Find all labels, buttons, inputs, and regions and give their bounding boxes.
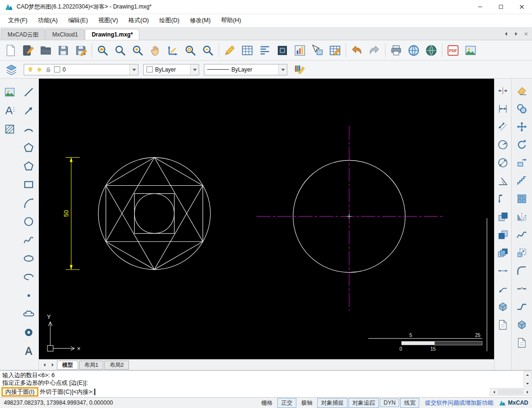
hexagon-entity[interactable] <box>106 157 202 269</box>
centerlines[interactable] <box>257 126 444 311</box>
array-button[interactable] <box>514 190 530 207</box>
mirror-button[interactable] <box>514 209 530 225</box>
ordinate-dimension-tool[interactable] <box>495 190 511 207</box>
mtext-tool[interactable] <box>20 342 37 359</box>
doc-tab-0[interactable]: MxCAD云图 <box>1 29 45 40</box>
circle-figure[interactable] <box>257 126 444 311</box>
angular-dimension-tool[interactable] <box>495 172 511 189</box>
feedback-link[interactable]: 提交软件问题或增加新功能 <box>425 399 493 407</box>
export-pdf-button[interactable] <box>444 42 462 59</box>
outer-circle-entity[interactable] <box>98 157 210 269</box>
new-layout-button[interactable] <box>514 335 530 351</box>
select-button[interactable] <box>309 42 326 59</box>
draworder-above-tool[interactable] <box>495 245 511 261</box>
draworder-front-tool[interactable] <box>495 209 511 225</box>
linear-dimension[interactable]: 50 <box>63 157 80 269</box>
status-toggle-3[interactable]: 对象捕捉 <box>317 398 348 408</box>
sheet-tab-1[interactable]: 布局1 <box>79 361 103 370</box>
inner-circle-entity[interactable] <box>134 193 174 233</box>
menu-draw[interactable]: 绘图(D) <box>154 14 184 27</box>
web-publish-button[interactable] <box>405 42 422 59</box>
plot-style-button[interactable] <box>291 42 309 59</box>
regular-polygon-tool[interactable] <box>20 157 37 174</box>
menu-format[interactable]: 格式(O) <box>123 14 154 27</box>
spline-edit-button[interactable] <box>514 227 530 243</box>
dropdown-arrow-icon[interactable] <box>190 64 199 75</box>
move-button[interactable] <box>514 118 530 135</box>
close-button[interactable] <box>511 0 532 14</box>
triangle-entity[interactable] <box>106 157 202 241</box>
doc-tab-1[interactable]: MxCloud1 <box>46 29 84 40</box>
zoom-out-button[interactable] <box>199 42 217 59</box>
ellipse-arc-tool[interactable] <box>20 268 37 285</box>
dropdown-arrow-icon[interactable] <box>129 64 138 75</box>
status-toggle-6[interactable]: 线宽 <box>400 398 419 408</box>
model-canvas[interactable]: 50 5 <box>39 79 494 359</box>
status-toggle-1[interactable]: 正交 <box>277 398 296 408</box>
command-horizontal-scrollbar[interactable] <box>490 388 532 396</box>
sheet-tab-0[interactable]: 模型 <box>57 361 78 370</box>
zoom-previous-button[interactable] <box>94 42 111 59</box>
scale-button[interactable] <box>514 245 530 261</box>
save-as-button[interactable] <box>72 42 90 59</box>
donut-tool[interactable] <box>20 324 37 341</box>
menu-modify[interactable]: 修改(M) <box>184 14 216 27</box>
color-select[interactable]: ByLayer <box>143 64 199 75</box>
scroll-left-button[interactable] <box>490 389 498 395</box>
layer-select[interactable]: 0 <box>24 64 138 75</box>
offset-button[interactable] <box>514 172 530 189</box>
rotate-button[interactable] <box>514 136 530 153</box>
attribute-edit-button[interactable] <box>326 42 344 59</box>
minimize-button[interactable] <box>469 0 490 14</box>
zoom-window-button[interactable] <box>111 42 129 59</box>
scroll-down-button[interactable] <box>524 380 531 387</box>
aligned-dimension-tool[interactable] <box>495 118 511 135</box>
menu-view[interactable]: 视图(V) <box>93 14 123 27</box>
redo-button[interactable] <box>366 42 383 59</box>
solid-box-tool[interactable] <box>495 299 511 315</box>
linetype-tool[interactable] <box>495 263 511 279</box>
sketch-button[interactable] <box>221 42 238 59</box>
table-button[interactable] <box>238 42 256 59</box>
maximize-button[interactable] <box>490 0 511 14</box>
menu-file[interactable]: 文件(F) <box>3 14 33 27</box>
open-drawing-button[interactable] <box>19 42 37 59</box>
doc-tab-2[interactable]: Drawing1.mxg* <box>85 29 139 40</box>
dimension-break-tool[interactable] <box>495 82 511 99</box>
hatch-tool[interactable] <box>1 120 18 137</box>
polygon-tool[interactable] <box>20 139 37 156</box>
status-toggle-2[interactable]: 极轴 <box>297 398 316 408</box>
dropdown-arrow-icon[interactable] <box>278 64 287 75</box>
network-button[interactable] <box>422 42 440 59</box>
spline-tool[interactable] <box>20 231 37 248</box>
scroll-right-button[interactable] <box>523 389 531 395</box>
menu-function[interactable]: 功能(A) <box>33 14 63 27</box>
rectangle-tool[interactable] <box>20 176 37 193</box>
measure-button[interactable] <box>164 42 182 59</box>
insert-image-tool[interactable] <box>1 83 18 100</box>
status-toggle-4[interactable]: 对象追踪 <box>349 398 379 408</box>
layer-manager-button[interactable] <box>4 62 19 77</box>
new-button[interactable] <box>2 42 19 59</box>
point-tool[interactable] <box>20 287 37 304</box>
draworder-back-tool[interactable] <box>495 227 511 243</box>
circle-tool[interactable] <box>20 213 37 230</box>
scrollbar-track[interactable] <box>498 389 523 395</box>
prompt-option-highlighted[interactable]: 内接于圆(I) <box>1 387 38 397</box>
triangle-entity[interactable] <box>106 185 202 269</box>
linetype-select[interactable]: ByLayer <box>204 64 287 75</box>
line-tool[interactable] <box>20 83 37 100</box>
diameter-dimension-tool[interactable] <box>495 154 511 171</box>
drawing-canvas[interactable]: 50 5 <box>39 79 494 359</box>
save-button[interactable] <box>55 42 72 59</box>
menu-help[interactable]: 帮助(H) <box>216 14 246 27</box>
text-style-button[interactable] <box>256 42 274 59</box>
ellipse-tool[interactable] <box>20 250 37 267</box>
copy-button[interactable] <box>514 100 530 117</box>
open-button[interactable] <box>37 42 55 59</box>
stretch-button[interactable] <box>514 154 530 171</box>
sheet-tab-2[interactable]: 布局2 <box>104 361 128 370</box>
insert-image-button[interactable] <box>462 42 479 59</box>
tab-scroll-left-button[interactable] <box>502 30 510 37</box>
leader-tool[interactable] <box>495 281 511 297</box>
